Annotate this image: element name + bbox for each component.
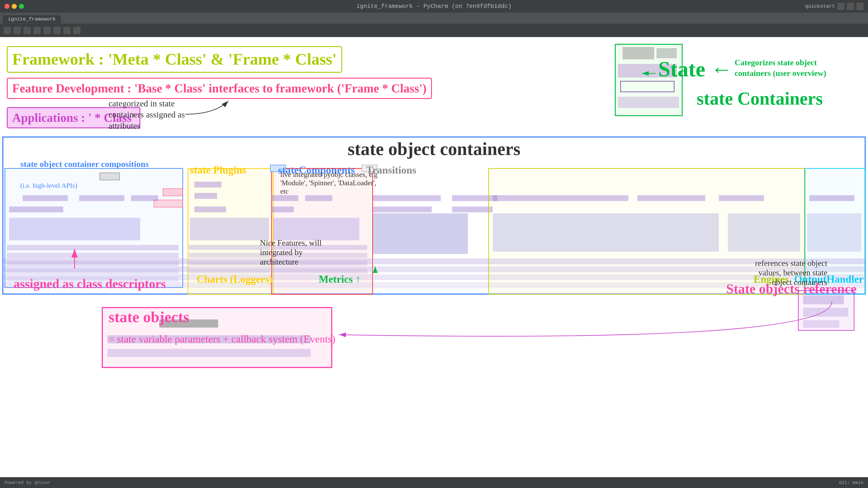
tabbar: ignite_framework — [0, 13, 868, 24]
plugin-row-2 — [194, 193, 217, 199]
assigned-label: assigned as class descriptors — [13, 276, 166, 291]
toolbar-btn-6[interactable] — [53, 27, 61, 34]
feature-label: Feature Development : 'Base * Class' int… — [7, 78, 432, 99]
comp-row-1 — [271, 195, 298, 201]
right-row-2 — [452, 206, 493, 213]
row-bar-3 — [131, 195, 158, 201]
diagram-rect-5 — [618, 97, 679, 108]
ref-box-bar-1 — [803, 295, 844, 304]
statusbar-left: Powered by gVisor — [4, 480, 51, 485]
whiteboard-canvas: Framework : 'Meta * Class' & 'Frame * Cl… — [0, 37, 868, 477]
mid-right-row-1 — [493, 195, 628, 201]
run-button[interactable] — [837, 3, 844, 10]
toolbar-btn-3[interactable] — [24, 27, 31, 34]
statusbar-right: Git: main — [839, 480, 864, 485]
big-right-block-2 — [728, 213, 800, 252]
ref-box-bar-3 — [803, 320, 839, 328]
metrics-row-1 — [373, 195, 441, 201]
cat-state-label: categorized in state containers assigned… — [108, 98, 194, 131]
metrics-row-2 — [373, 206, 432, 213]
mid-right-row-3 — [719, 195, 764, 201]
row-bar-2 — [79, 195, 124, 201]
debug-button[interactable] — [847, 3, 854, 10]
plugin-stripe-1 — [189, 245, 270, 250]
stripe-2 — [7, 253, 179, 258]
state-obj-containers-title: state object containers — [0, 139, 868, 159]
row-bar-4 — [9, 206, 63, 213]
toolbar-btn-8[interactable] — [73, 27, 81, 34]
plugin-row-3 — [194, 206, 226, 213]
comp-small-box — [99, 173, 120, 180]
pink-rect-2 — [154, 200, 183, 207]
plugin-row-1 — [194, 182, 221, 188]
framework-label: Framework : 'Meta * Class' & 'Frame * Cl… — [7, 46, 342, 73]
mid-right-row-2 — [638, 195, 705, 201]
comp-row-3 — [271, 206, 294, 213]
nice-feat-label: Nice Features, will integrated by archit… — [260, 238, 328, 267]
state-objects-title: state objects — [108, 308, 189, 326]
tab-ignite-framework[interactable]: ignite_framework — [2, 15, 61, 24]
ref-box-bar-2 — [803, 308, 848, 317]
state-containers-label: state Containers — [697, 87, 823, 110]
plugin-large-block — [190, 218, 269, 240]
stripe-1 — [7, 245, 179, 250]
toolbar-btn-5[interactable] — [43, 27, 51, 34]
charts-label: Charts (Loggers) — [197, 273, 273, 285]
comp-row-2 — [305, 195, 332, 201]
window-title: ignite_framework - PyCharm (on 7en9fdfb1… — [356, 3, 512, 10]
comp-large-block — [274, 218, 360, 240]
titlebar-controls — [4, 4, 24, 9]
state-objects-sub: = state variable parameters + callback s… — [108, 333, 335, 345]
far-right-row-1 — [809, 195, 855, 201]
statusbar: Powered by gVisor Git: main — [0, 477, 868, 488]
minimize-button[interactable] — [12, 4, 17, 9]
big-right-block-3 — [807, 213, 861, 252]
row-bar-1 — [23, 195, 68, 201]
categorizes-label: Categorizes state object containers (use… — [735, 57, 832, 78]
state-label: State ← — [658, 55, 733, 84]
settings-button[interactable] — [856, 3, 864, 10]
toolbar-btn-4[interactable] — [33, 27, 41, 34]
toolbar-btn-1[interactable] — [4, 27, 11, 34]
soc-comp-label: state object container compositions — [20, 159, 149, 169]
state-obj-ref-box — [798, 290, 855, 331]
pink-rect-1 — [163, 188, 183, 196]
maximize-button[interactable] — [19, 4, 24, 9]
metrics-label: Metrics ↑ — [319, 273, 361, 285]
close-button[interactable] — [4, 4, 9, 9]
toolbar-btn-2[interactable] — [13, 27, 21, 34]
titlebar-right-controls: quickstart — [805, 3, 864, 10]
diagram-rect-1 — [622, 47, 654, 59]
state-obj-inner-bar-3 — [107, 349, 311, 357]
large-purple-block — [9, 218, 140, 240]
toolbar — [0, 24, 868, 37]
state-plugins-label: state Plugins — [190, 164, 246, 176]
tab-label: ignite_framework — [8, 17, 56, 22]
transitions-label: Transitions — [366, 164, 416, 176]
big-right-block-1 — [493, 213, 719, 252]
titlebar: ignite_framework - PyCharm (on 7en9fdfb1… — [0, 0, 868, 13]
plugin-stripe-2 — [189, 253, 270, 258]
quickstart-label: quickstart — [805, 4, 835, 9]
low-level-apis: (i.e. high-level APIs) — [20, 182, 77, 189]
toolbar-btn-7[interactable] — [63, 27, 70, 34]
metrics-large-block — [373, 213, 468, 254]
